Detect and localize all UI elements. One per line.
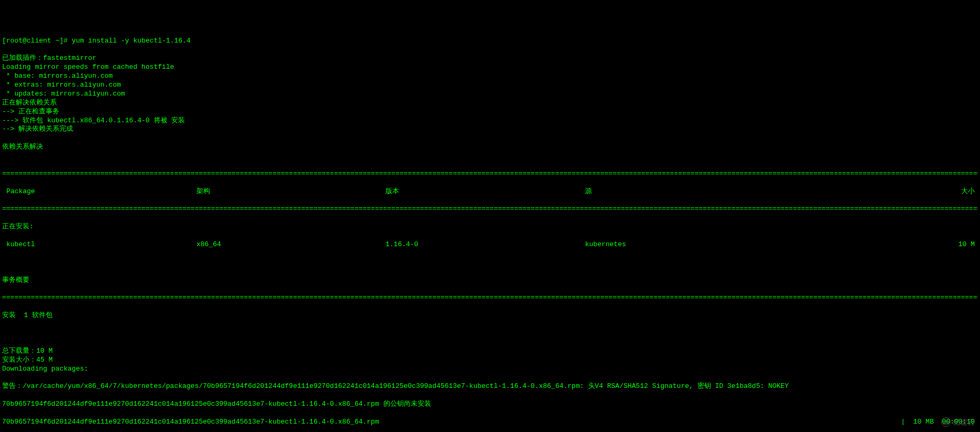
- table-divider-bottom: ========================================…: [2, 293, 978, 302]
- header-arch: 架构: [196, 187, 385, 196]
- output-line: [2, 152, 978, 161]
- header-version: 版本: [385, 187, 585, 196]
- table-divider-top: ========================================…: [2, 170, 978, 178]
- totals-block: 总下载量：10 M安装大小：45 MDownloading packages:: [2, 347, 978, 374]
- pkg-version: 1.16.4-0: [385, 240, 585, 249]
- output-line: 正在解决依赖关系: [2, 99, 978, 108]
- warning-line: 警告：/var/cache/yum/x86_64/7/kubernetes/pa…: [2, 382, 978, 391]
- pkg-arch: x86_64: [196, 240, 385, 249]
- pkg-name: kubectl: [2, 240, 196, 249]
- totals-line: 安装大小：45 M: [2, 356, 978, 365]
- pkg-size: 10 M: [795, 240, 978, 249]
- output-line: ---> 软件包 kubectl.x86_64.0.1.16.4-0 将被 安装: [2, 117, 978, 125]
- blank-line: [2, 258, 978, 267]
- output-line: 已加载插件：fastestmirror: [2, 54, 978, 63]
- watermark-text: 亿速云: [953, 417, 975, 427]
- summary-label: 事务概要: [2, 276, 978, 285]
- yum-output-block: 已加载插件：fastestmirrorLoading mirror speeds…: [2, 54, 978, 161]
- download-progress-line: 70b9657194f6d201244df9e111e9270d162241c0…: [2, 418, 978, 427]
- header-size: 大小: [795, 187, 978, 196]
- installing-label: 正在安装:: [2, 223, 978, 231]
- install-count: 安装 1 软件包: [2, 311, 978, 320]
- output-line: * updates: mirrors.aliyun.com: [2, 90, 978, 99]
- pkg-repo: kubernetes: [585, 240, 795, 249]
- totals-line: Downloading packages:: [2, 365, 978, 374]
- table-divider-mid: ========================================…: [2, 205, 978, 214]
- table-header-row: Package 架构 版本 源 大小: [2, 187, 978, 196]
- output-line: --> 正在检查事务: [2, 108, 978, 117]
- blank-line: [2, 329, 978, 338]
- shell-prompt[interactable]: [root@client ~]# yum install -y kubectl-…: [2, 37, 978, 46]
- watermark: 亿速云: [941, 417, 975, 427]
- output-line: --> 解决依赖关系完成: [2, 125, 978, 134]
- output-line: Loading mirror speeds from cached hostfi…: [2, 63, 978, 72]
- totals-line: 总下载量：10 M: [2, 347, 978, 356]
- pubkey-line: 70b9657194f6d201244df9e111e9270d162241c0…: [2, 400, 978, 409]
- output-line: 依赖关系解决: [2, 143, 978, 152]
- download-file: 70b9657194f6d201244df9e111e9270d162241c0…: [2, 418, 901, 427]
- output-line: * extras: mirrors.aliyun.com: [2, 81, 978, 90]
- output-line: [2, 134, 978, 143]
- watermark-logo-icon: [941, 417, 951, 427]
- header-package: Package: [2, 187, 196, 196]
- header-repo: 源: [585, 187, 795, 196]
- table-row: kubectl x86_64 1.16.4-0 kubernetes 10 M: [2, 240, 978, 249]
- output-line: * base: mirrors.aliyun.com: [2, 72, 978, 81]
